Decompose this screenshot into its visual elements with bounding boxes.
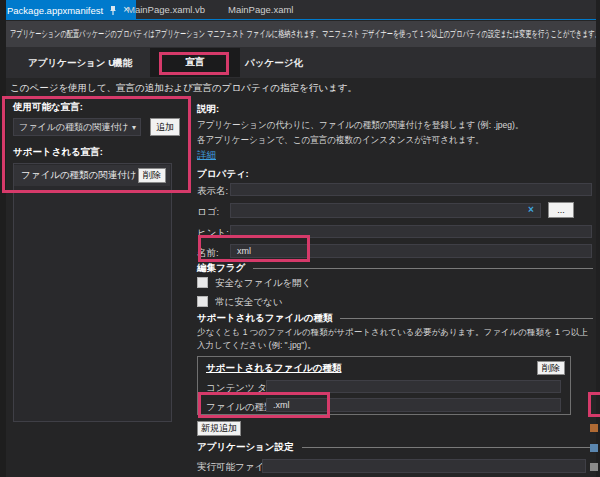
designer-description-bar: アプリケーションの配置パッケージのプロパティはアプリケーション マニフェスト フ… (0, 21, 600, 47)
browse-logo-button[interactable]: ... (548, 202, 574, 218)
edit-flags-label: 編集フラグ (197, 262, 245, 275)
file-type-group-title: サポートされるファイルの種類 (206, 362, 341, 375)
designer-description-text: アプリケーションの配置パッケージのプロパティはアプリケーション マニフェスト フ… (10, 21, 600, 47)
logo-input[interactable] (230, 203, 541, 218)
clear-logo-icon[interactable]: × (528, 204, 534, 215)
remove-file-type-button[interactable]: 削除 (537, 361, 565, 375)
supported-declarations-list[interactable] (13, 163, 172, 422)
manifest-designer-window: Package.appxmanifest × MainPage.xaml.vb … (0, 0, 600, 477)
executable-input[interactable] (262, 459, 586, 473)
file-type-requirement-text: 少なくとも 1 つのファイルの種類がサポートされている必要があります。ファイルの… (197, 326, 595, 351)
display-name-input[interactable] (230, 183, 592, 196)
tab-packaging[interactable]: パッケージ化 (245, 47, 303, 78)
description-section-label: 説明: (197, 103, 219, 116)
tab-package-appxmanifest[interactable]: Package.appxmanifest × (0, 0, 136, 20)
section-rule (302, 447, 593, 448)
description-line2: 各アプリケーションで、この宣言の複数のインスタンスが許可されます。 (197, 134, 484, 147)
annotation-name-field (198, 235, 310, 262)
tab-mainpage-xaml-vb[interactable]: MainPage.xaml.vb (127, 0, 205, 20)
more-info-link[interactable]: 詳細 (197, 149, 216, 162)
always-unsafe-checkbox[interactable] (197, 296, 208, 307)
open-is-safe-checkbox[interactable] (197, 277, 208, 288)
supported-file-types-label: サポートされるファイルの種類 (197, 312, 332, 325)
edge-icon-fragment (590, 463, 598, 471)
button-label: 削除 (542, 362, 560, 375)
left-edge-strip (0, 0, 6, 477)
edge-icon-fragment (590, 424, 598, 432)
pin-icon[interactable] (109, 5, 117, 16)
button-label: ... (557, 205, 565, 215)
open-is-safe-label: 安全なファイルを開く (215, 277, 312, 290)
annotation-file-type-field (198, 392, 330, 418)
page-intro-text: このページを使用して、宣言の追加および宣言のプロパティの指定を行います。 (10, 82, 357, 95)
button-label: 新規追加 (201, 422, 237, 435)
edit-flags-section: 編集フラグ (197, 262, 593, 275)
add-new-file-type-button[interactable]: 新規追加 (197, 421, 241, 436)
tab-label: MainPage.xaml (228, 4, 293, 15)
edge-icon-fragment (590, 444, 598, 452)
always-unsafe-label: 常に安全でない (215, 296, 282, 309)
logo-label: ロゴ: (197, 206, 219, 219)
tab-capabilities[interactable]: 機能 (113, 47, 132, 78)
annotation-declarations-tab (159, 52, 229, 75)
tab-label: Package.appxmanifest (7, 5, 103, 16)
app-settings-label: アプリケーション設定 (197, 441, 294, 454)
description-line1: アプリケーションの代わりに、ファイルの種類の関連付けを登録します (例: .jp… (197, 119, 523, 132)
tab-mainpage-xaml[interactable]: MainPage.xaml (228, 0, 293, 20)
properties-section-label: プロパティ: (197, 168, 249, 181)
tab-application-ui[interactable]: アプリケーション UI (28, 47, 118, 78)
annotation-left-panel (2, 96, 191, 193)
tab-label: MainPage.xaml.vb (127, 4, 205, 15)
display-name-label: 表示名: (197, 185, 228, 198)
app-settings-section: アプリケーション設定 (197, 441, 593, 454)
annotation-edge-fragment (588, 392, 600, 417)
section-rule (253, 268, 593, 269)
supported-file-types-section: サポートされるファイルの種類 (197, 312, 593, 325)
section-rule (340, 318, 593, 319)
